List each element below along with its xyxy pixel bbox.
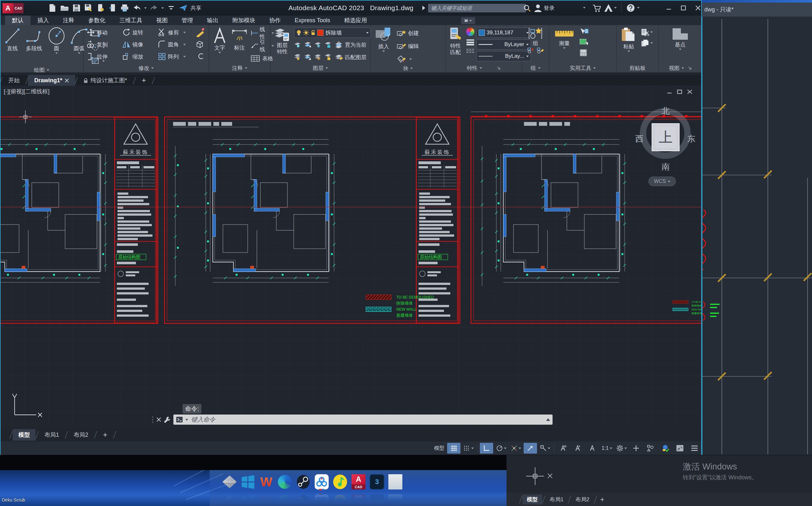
properties-launcher-icon[interactable] xyxy=(497,66,501,70)
command-history-dropdown[interactable] xyxy=(185,419,188,421)
command-wrench-icon[interactable] xyxy=(164,416,171,423)
ribbon-tab-featured[interactable]: 精选应用 xyxy=(337,16,374,25)
panel-label-clipboard[interactable]: 剪贴板 xyxy=(617,64,658,72)
layer-off-icon[interactable] xyxy=(294,41,302,48)
paste-button[interactable]: 粘贴 xyxy=(619,27,638,52)
ribbon-tab-view[interactable]: 视图 xyxy=(149,16,175,25)
ribbon-tab-parametric[interactable]: 参数化 xyxy=(81,16,112,25)
object-snap-toggle[interactable] xyxy=(538,443,552,453)
tab-layout1[interactable]: 布局1 xyxy=(39,429,65,440)
new-layout-button[interactable]: + xyxy=(97,428,113,441)
ungroup-icon[interactable] xyxy=(527,47,534,54)
ribbon-tab-addins[interactable]: 附加模块 xyxy=(225,16,262,25)
edit-block-button[interactable]: 编辑 xyxy=(396,40,419,52)
annotation-visibility-toggle[interactable] xyxy=(556,443,570,453)
ribbon-tab-annotate[interactable]: 注释 xyxy=(56,16,81,25)
layer-off-all-icon[interactable] xyxy=(294,54,302,60)
clean-screen-button[interactable] xyxy=(673,443,687,453)
grid-toggle[interactable] xyxy=(447,443,460,453)
wcs-dropdown[interactable]: WCS xyxy=(648,177,676,186)
trim-tool[interactable]: 修剪 xyxy=(158,27,195,38)
quick-select-icon[interactable] xyxy=(579,28,589,35)
panel-label-annotate[interactable]: 注释 xyxy=(209,64,270,72)
view-launcher-icon[interactable] xyxy=(688,66,692,70)
hardware-acceleration-badge[interactable] xyxy=(659,443,672,453)
second-window-drawing[interactable]: 1470 3030 960 240 240 920 2410 8870 1420… xyxy=(702,17,812,455)
offset-tool[interactable] xyxy=(195,51,209,62)
viewcube-south[interactable]: 南 xyxy=(661,161,670,172)
ribbon-tab-3dtools[interactable]: 三维工具 xyxy=(112,16,149,25)
snap-toggle[interactable] xyxy=(462,443,475,453)
base-view-button[interactable]: 基点 xyxy=(669,27,691,50)
search-expand-arrow[interactable] xyxy=(422,6,425,10)
command-expand-icon[interactable] xyxy=(546,418,550,421)
line-tool[interactable]: 直线 xyxy=(3,27,22,52)
login-button[interactable]: 登录 xyxy=(544,4,554,12)
dock-qq-music[interactable] xyxy=(333,472,347,492)
viewcube-north[interactable]: 北 xyxy=(661,105,670,116)
help-icon[interactable] xyxy=(626,3,635,12)
match-layer-button[interactable]: 匹配图层 xyxy=(335,52,366,63)
layer-thaw-all-icon[interactable] xyxy=(314,54,322,60)
panel-label-utilities[interactable]: 实用工具 xyxy=(549,64,616,72)
command-prompt-icon[interactable] xyxy=(176,416,183,423)
command-close-icon[interactable] xyxy=(156,417,161,422)
ribbon-tab-output[interactable]: 输出 xyxy=(200,16,225,25)
move-tool[interactable]: 移动 xyxy=(87,27,122,38)
cart-icon[interactable] xyxy=(593,4,601,12)
scale-tool[interactable]: 缩放 xyxy=(122,51,158,62)
isometric-draft-toggle[interactable] xyxy=(509,443,522,453)
group-button[interactable]: 组 xyxy=(527,27,544,47)
rotate-tool[interactable]: 旋转 xyxy=(122,27,158,38)
second-window[interactable]: dwg - 只读* xyxy=(702,0,812,455)
autodesk-app-dropdown[interactable] xyxy=(614,7,617,9)
3d-box-icon[interactable] xyxy=(195,39,209,50)
maximize-button[interactable] xyxy=(677,3,690,13)
polar-tracking-toggle[interactable] xyxy=(494,443,508,453)
minimize-button[interactable] xyxy=(662,3,675,13)
w2-tab-layout1[interactable]: 布局1 xyxy=(545,495,568,504)
calculator-icon[interactable] xyxy=(579,49,588,57)
viewcube-east[interactable]: 东 xyxy=(687,134,696,145)
insert-block-button[interactable]: 插入 xyxy=(373,27,394,52)
dock-3ds-max[interactable] xyxy=(388,472,403,492)
annotation-autoscale-toggle[interactable] xyxy=(571,443,584,453)
stretch-tool[interactable]: 拉伸 xyxy=(87,51,122,62)
ortho-toggle[interactable] xyxy=(480,443,493,453)
ribbon-tab-collaborate[interactable]: 协作 xyxy=(262,16,288,25)
copy-tool[interactable]: 复制 xyxy=(87,39,122,50)
array-tool[interactable]: 阵列 xyxy=(158,51,195,62)
graphics-performance-button[interactable] xyxy=(644,443,657,453)
color-wheel-icon[interactable] xyxy=(466,28,474,36)
match-properties-button[interactable]: 特性匹配 xyxy=(447,27,464,56)
close-tab-icon[interactable] xyxy=(65,78,69,83)
select-similar-icon[interactable] xyxy=(579,38,589,46)
circle-tool[interactable]: 圆 xyxy=(46,27,67,54)
measure-button[interactable]: 测量 xyxy=(553,27,576,49)
new-drawing-tab-button[interactable]: + xyxy=(135,75,153,86)
dock-steam[interactable] xyxy=(296,472,310,492)
text-tool[interactable]: 文字 xyxy=(211,27,229,53)
panel-label-block[interactable]: 块 xyxy=(371,65,446,72)
command-input[interactable] xyxy=(190,416,544,423)
layer-unlock2-icon[interactable] xyxy=(325,54,332,60)
tab-model[interactable]: 模型 xyxy=(13,429,35,440)
panel-label-draw[interactable]: 绘图 xyxy=(0,66,83,74)
group-edit-icon[interactable] xyxy=(537,47,544,54)
ribbon-tab-home[interactable]: 默认 xyxy=(5,16,30,25)
search-input[interactable] xyxy=(428,4,526,12)
dock-nexus[interactable]: NeXuS xyxy=(222,472,237,492)
edit-attributes-button[interactable] xyxy=(396,54,419,65)
viewcube-top-face[interactable]: 上 xyxy=(652,123,680,151)
panel-label-groups[interactable]: 组 xyxy=(522,64,549,72)
annotation-scale-value[interactable]: 1:1 xyxy=(600,443,614,453)
panel-label-view[interactable]: 视图 xyxy=(659,64,702,72)
model-space-button[interactable]: 模型 xyxy=(433,443,446,453)
polyline-tool[interactable]: 多段线 xyxy=(23,27,44,52)
viewcube-west[interactable]: 西 xyxy=(635,134,643,145)
dock-baidu-netdisk[interactable] xyxy=(314,472,329,492)
ribbon-tab-express[interactable]: Express Tools xyxy=(288,16,337,25)
dock-autocad[interactable]: A CAD xyxy=(351,472,366,492)
cut-icon[interactable] xyxy=(641,28,649,36)
login-dropdown[interactable] xyxy=(583,7,585,9)
